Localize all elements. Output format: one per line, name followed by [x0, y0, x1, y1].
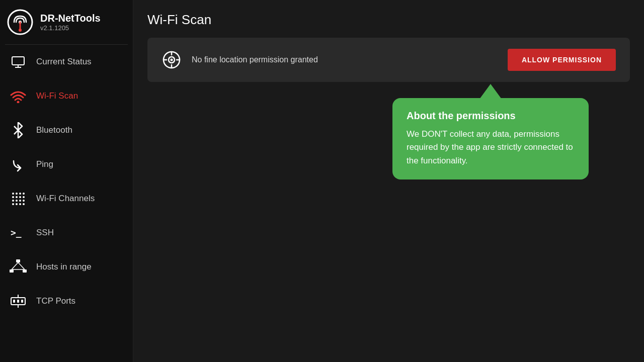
svg-point-20	[12, 203, 14, 205]
permission-banner: No fine location permission granted ALLO…	[147, 38, 630, 82]
sidebar-label-tcp-ports: TCP Ports	[36, 296, 75, 306]
location-icon-wrap	[162, 50, 182, 70]
sidebar-item-bluetooth[interactable]: Bluetooth	[0, 113, 133, 147]
hosts-icon	[9, 258, 27, 276]
svg-point-21	[16, 203, 18, 205]
wifi-icon	[9, 87, 27, 105]
sidebar-label-wifi-channels: Wi-Fi Channels	[36, 194, 95, 204]
svg-point-10	[19, 193, 21, 195]
sidebar-item-current-status[interactable]: Current Status	[0, 45, 133, 79]
svg-point-11	[23, 193, 25, 195]
sidebar-item-wifi-channels[interactable]: Wi-Fi Channels	[0, 182, 133, 216]
sidebar-item-ssh[interactable]: >_ SSH	[0, 216, 133, 250]
sidebar-item-tcp-ports[interactable]: TCP Ports	[0, 284, 133, 318]
app-version: v2.1.1205	[40, 24, 101, 32]
svg-point-16	[12, 200, 14, 202]
sidebar-label-bluetooth: Bluetooth	[36, 125, 72, 135]
svg-point-3	[19, 29, 22, 32]
svg-rect-27	[23, 269, 27, 273]
svg-rect-25	[16, 259, 20, 262]
sidebar-item-ping[interactable]: Ping	[0, 147, 133, 182]
main-content: Wi-Fi Scan No fine location permission g…	[133, 0, 644, 362]
sidebar-item-hosts-in-range[interactable]: Hosts in range	[0, 250, 133, 284]
tcp-ports-icon	[9, 292, 27, 310]
tooltip-bubble: About the permissions We DON'T collect a…	[392, 98, 589, 179]
allow-permission-button[interactable]: ALLOW PERMISSION	[508, 49, 616, 71]
sidebar-item-wifi-scan[interactable]: Wi-Fi Scan	[0, 79, 133, 113]
sidebar: DR-NetTools v2.1.1205 Current Status Wi-…	[0, 0, 133, 362]
wifi-channels-icon	[9, 190, 27, 208]
svg-line-28	[12, 262, 18, 269]
sidebar-label-current-status: Current Status	[36, 57, 92, 67]
svg-point-22	[19, 203, 21, 205]
svg-point-14	[19, 196, 21, 198]
svg-point-23	[23, 203, 25, 205]
svg-point-8	[12, 193, 14, 195]
sidebar-label-ping: Ping	[36, 159, 53, 169]
svg-rect-26	[10, 269, 14, 273]
sidebar-label-ssh: SSH	[36, 228, 54, 238]
bluetooth-icon	[9, 121, 27, 139]
sidebar-label-hosts-in-range: Hosts in range	[36, 262, 92, 272]
app-title-block: DR-NetTools v2.1.1205	[40, 13, 101, 32]
svg-point-18	[19, 200, 21, 202]
svg-rect-4	[12, 57, 24, 65]
tooltip-body: We DON'T collect any data, permissions r…	[407, 128, 575, 167]
svg-point-17	[16, 200, 18, 202]
svg-point-9	[16, 193, 18, 195]
svg-text:>_: >_	[11, 227, 22, 238]
ssh-icon: >_	[9, 224, 27, 242]
location-icon	[162, 50, 182, 70]
svg-line-29	[18, 262, 25, 269]
sidebar-label-wifi-scan: Wi-Fi Scan	[36, 91, 78, 101]
tooltip-title: About the permissions	[407, 110, 575, 122]
svg-point-13	[16, 196, 18, 198]
svg-point-39	[171, 59, 173, 61]
monitor-icon	[9, 53, 27, 71]
svg-point-7	[17, 101, 20, 104]
svg-rect-33	[17, 300, 19, 303]
ping-icon	[9, 155, 27, 173]
page-title: Wi-Fi Scan	[147, 12, 630, 28]
app-header: DR-NetTools v2.1.1205	[0, 0, 133, 44]
svg-point-15	[23, 196, 25, 198]
svg-rect-32	[13, 300, 15, 303]
permission-message: No fine location permission granted	[192, 55, 498, 64]
svg-point-19	[23, 200, 25, 202]
svg-rect-34	[21, 300, 23, 303]
app-name: DR-NetTools	[40, 13, 101, 24]
svg-point-12	[12, 196, 14, 198]
app-logo	[7, 9, 33, 35]
